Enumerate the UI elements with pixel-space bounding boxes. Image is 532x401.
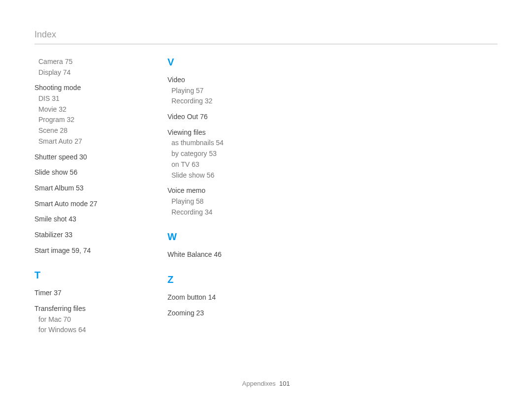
index-entry: Stabilizer 33 [34, 230, 138, 241]
index-entry: Zoom button 14 [167, 292, 271, 303]
index-entry: Shooting mode [34, 83, 138, 93]
index-subentry: Movie 32 [38, 104, 138, 115]
index-entry: Voice memo [167, 185, 271, 196]
index-subentry: on TV 63 [171, 159, 271, 170]
section-letter-z: Z [167, 274, 271, 285]
index-subentry: Scene 28 [38, 125, 138, 136]
index-subentry: Camera 75 [38, 57, 138, 67]
index-columns: Camera 75 Display 74 Shooting mode DIS 3… [34, 57, 498, 336]
section-letter-v: V [167, 57, 271, 68]
index-entry: Zooming 23 [167, 308, 271, 319]
index-subentry: Playing 57 [171, 86, 271, 96]
index-subentry: Program 32 [38, 115, 138, 125]
footer-section-label: Appendixes [242, 380, 276, 387]
index-entry: Slide show 56 [34, 167, 138, 178]
index-entry: Video [167, 75, 271, 86]
index-subentry: as thumbnails 54 [171, 138, 271, 149]
index-subentry: Display 74 [38, 67, 138, 78]
column-1: Camera 75 Display 74 Shooting mode DIS 3… [34, 57, 138, 336]
index-entry: Shutter speed 30 [34, 152, 138, 163]
page-title: Index [34, 30, 498, 44]
index-entry: Transferring files [34, 304, 138, 314]
index-entry: Smart Auto mode 27 [34, 199, 138, 210]
column-2: V Video Playing 57 Recording 32 Video Ou… [167, 57, 271, 336]
index-subentry: Recording 32 [171, 96, 271, 107]
index-entry: Timer 37 [34, 288, 138, 299]
index-subentry: Playing 58 [171, 196, 271, 207]
index-entry: Viewing files [167, 127, 271, 138]
footer-page-number: 101 [279, 380, 290, 387]
index-entry: Start image 59, 74 [34, 246, 138, 256]
index-subentry: Slide show 56 [171, 170, 271, 181]
index-entry: Smile shot 43 [34, 214, 138, 225]
page-footer: Appendixes 101 [0, 380, 532, 387]
index-subentry: by category 53 [171, 149, 271, 159]
index-subentry: Recording 34 [171, 207, 271, 218]
index-entry: White Balance 46 [167, 249, 271, 260]
section-letter-t: T [34, 270, 138, 281]
index-subentry: for Windows 64 [38, 325, 138, 336]
index-entry: Video Out 76 [167, 112, 271, 123]
page-container: Index Camera 75 Display 74 Shooting mode… [0, 0, 532, 355]
index-subentry: DIS 31 [38, 93, 138, 104]
index-entry: Smart Album 53 [34, 183, 138, 194]
index-subentry: Smart Auto 27 [38, 136, 138, 147]
section-letter-w: W [167, 231, 271, 243]
index-subentry: for Mac 70 [38, 314, 138, 325]
